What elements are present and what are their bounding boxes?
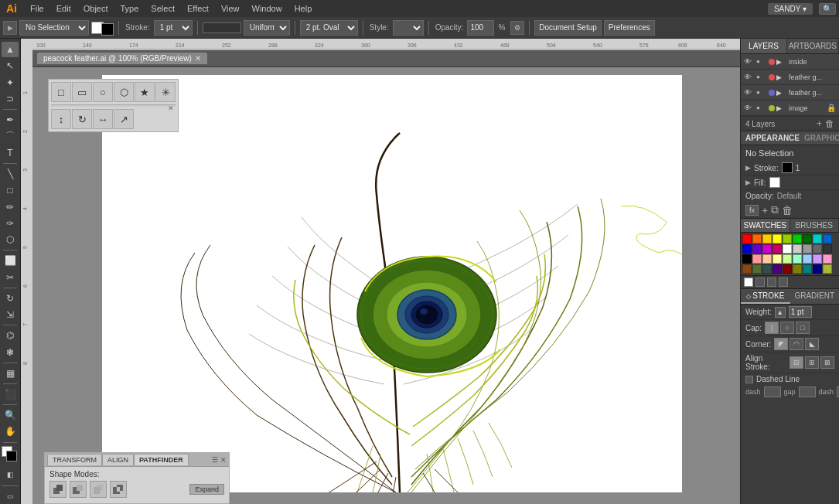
swatch-orange[interactable] — [752, 234, 762, 243]
layer-lock-icon[interactable]: 🔒 — [827, 104, 836, 112]
expand-button[interactable]: Expand — [189, 484, 224, 495]
dash-input-1[interactable] — [764, 387, 781, 397]
direct-selection-tool[interactable]: ↖ — [2, 58, 19, 73]
swatch-cyan[interactable] — [813, 234, 822, 243]
layer-eye-icon[interactable]: 👁 — [744, 88, 755, 97]
swatches-tab[interactable]: SWATCHES — [741, 219, 790, 232]
layer-target-icon[interactable]: ● — [756, 89, 767, 96]
artboards-tab[interactable]: ARTBOARDS — [787, 39, 839, 53]
symbol-tool[interactable]: ❃ — [2, 344, 19, 359]
gap-input-1[interactable] — [799, 387, 816, 397]
round-cap-btn[interactable]: ○ — [780, 322, 794, 334]
menu-file[interactable]: File — [25, 2, 49, 15]
brushes-tab[interactable]: BRUSHES — [790, 219, 840, 232]
brush-select[interactable]: 2 pt. Oval — [300, 20, 358, 36]
transform-arrow2-btn[interactable]: ↗ — [114, 109, 134, 129]
swatch-mint[interactable] — [793, 254, 802, 264]
swatch-lavender[interactable] — [813, 254, 822, 264]
stroke-panel-tab[interactable]: ◇ STROKE — [741, 289, 790, 304]
swatch-fill-indicator[interactable] — [744, 278, 753, 287]
selection-tool[interactable]: ▲ — [2, 42, 19, 57]
pen-tool[interactable]: ✒ — [2, 112, 19, 128]
layer-feather2[interactable]: 👁 ● ▶ feather g... — [741, 85, 839, 100]
unite-btn[interactable] — [49, 481, 67, 498]
paintbrush-tool[interactable]: ✏ — [2, 199, 19, 214]
swatch-gold[interactable] — [762, 234, 772, 243]
duplicate-appearance-btn[interactable]: ⧉ — [771, 203, 779, 216]
artboard-tool[interactable]: ⬛ — [2, 387, 19, 402]
document-tab[interactable]: peacock feather.ai @ 100% (RGB/Preview) … — [37, 53, 207, 64]
style-select[interactable] — [393, 20, 424, 36]
swatch-rose[interactable] — [823, 254, 832, 264]
menu-effect[interactable]: Effect — [182, 2, 214, 15]
shape-panel-close[interactable]: ✕ — [168, 104, 174, 112]
menu-edit[interactable]: Edit — [51, 2, 77, 15]
column-graph-tool[interactable]: ▦ — [2, 366, 19, 381]
dashed-checkbox[interactable] — [745, 376, 753, 383]
swatch-red[interactable] — [742, 234, 752, 243]
layer-eye-icon[interactable]: 👁 — [744, 57, 755, 66]
add-appearance-btn[interactable]: + — [762, 204, 768, 216]
fill-color-swatch[interactable] — [769, 177, 780, 188]
line-tool[interactable]: ╲ — [2, 166, 19, 182]
swatch-maroon[interactable] — [783, 264, 792, 274]
search-box[interactable]: 🔍 — [819, 3, 836, 15]
swatch-olive[interactable] — [752, 264, 762, 274]
swatch-white[interactable] — [783, 244, 792, 254]
layer-eye-icon[interactable]: 👁 — [744, 104, 755, 112]
transform-flip-btn[interactable]: ↔ — [93, 109, 113, 129]
intersect-btn[interactable] — [90, 481, 107, 498]
swatch-magenta[interactable] — [762, 244, 772, 254]
fill-expand-icon[interactable]: ▶ — [745, 179, 751, 186]
miter-join-btn[interactable]: ◤ — [774, 338, 788, 350]
menu-type[interactable]: Type — [115, 2, 145, 15]
butt-cap-btn[interactable]: | — [765, 322, 779, 334]
swatch-darker-gray[interactable] — [823, 244, 832, 254]
inside-align-btn[interactable]: ⊞ — [805, 356, 819, 369]
doc-tab-close[interactable]: ✕ — [195, 54, 201, 63]
blend-tool[interactable]: ⌬ — [2, 328, 19, 343]
outside-align-btn[interactable]: ⊠ — [820, 356, 834, 369]
fill-stroke-widget[interactable] — [2, 446, 19, 461]
transform-arrow-btn[interactable]: ↕ — [51, 109, 71, 129]
opacity-options-btn[interactable]: ⚙ — [510, 21, 524, 35]
line-style-preview[interactable] — [203, 22, 241, 33]
swatch-teal[interactable] — [762, 264, 772, 274]
doc-setup-button[interactable]: Document Setup — [534, 20, 602, 36]
swatch-mid-gray[interactable] — [803, 244, 812, 254]
stroke-color-box[interactable] — [6, 451, 17, 461]
swatch-purple[interactable] — [752, 244, 762, 254]
add-effect-btn[interactable]: fx — [745, 205, 759, 216]
menu-view[interactable]: View — [216, 2, 245, 15]
bevel-join-btn[interactable]: ◣ — [805, 338, 819, 350]
gradient-panel-tab[interactable]: GRADIENT — [790, 289, 840, 304]
delete-layer-btn[interactable]: 🗑 — [825, 118, 834, 129]
transform-tab[interactable]: TRANSFORM — [47, 454, 102, 465]
swatch-light-green[interactable] — [783, 254, 792, 264]
swatch-navy[interactable] — [813, 264, 822, 274]
layer-eye-icon[interactable]: 👁 — [744, 73, 755, 81]
swatch-dark-olive[interactable] — [793, 264, 802, 274]
swatch-dark-green[interactable] — [803, 234, 812, 243]
user-menu[interactable]: SANDY ▾ — [768, 3, 813, 15]
menu-select[interactable]: Select — [145, 2, 180, 15]
zoom-tool[interactable]: 🔍 — [2, 407, 19, 423]
weight-input[interactable] — [789, 306, 812, 318]
rotate-tool[interactable]: ↻ — [2, 291, 19, 306]
scissors-tool[interactable]: ✂ — [2, 269, 19, 284]
mode-icon[interactable]: ▶ — [3, 21, 17, 35]
swatch-indigo[interactable] — [772, 264, 782, 274]
pathfinder-tab[interactable]: PATHFINDER — [134, 454, 189, 465]
round-join-btn[interactable]: ◠ — [790, 338, 803, 350]
draw-mode-btn[interactable]: ▭ — [2, 489, 19, 504]
panel-menu-icon[interactable]: ☰ — [210, 456, 220, 464]
layer-target-icon[interactable]: ● — [756, 104, 767, 111]
menu-help[interactable]: Help — [289, 2, 318, 15]
swatch-yellow-olive[interactable] — [823, 264, 832, 274]
swatch-pink[interactable] — [772, 244, 782, 254]
align-tab[interactable]: ALIGN — [102, 454, 134, 465]
swatch-blue[interactable] — [823, 234, 832, 243]
swatch-yellow-green[interactable] — [783, 234, 792, 243]
flare-tool-btn[interactable]: ✳ — [155, 82, 176, 102]
swatch-yellow[interactable] — [772, 234, 782, 243]
